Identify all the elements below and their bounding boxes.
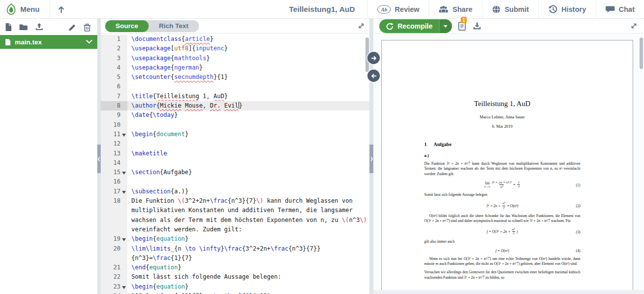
code-lines: 1\documentclass{article}2\usepackage[utf… — [101, 35, 369, 294]
pdf-pane: Recompile 1 Teilleistung 1, AuD — [373, 19, 644, 294]
code-text: \usepackage[utf8]{inputenc} — [127, 44, 369, 53]
fold-caret-icon[interactable] — [121, 282, 127, 292]
pdf-date: 6. Mai 2019 — [424, 124, 580, 129]
delete-button[interactable] — [83, 23, 91, 32]
sync-to-pdf-button[interactable] — [367, 52, 380, 64]
line-gutter: 24 — [101, 292, 127, 294]
line-number: 21 — [101, 263, 121, 272]
chevron-down-icon[interactable] — [86, 39, 92, 44]
code-line[interactable]: 18Die Funktion \(3^2+2n+\frac{n^3}{7}\) … — [101, 196, 369, 234]
line-number: 15 — [101, 168, 121, 177]
fold-caret-icon[interactable] — [121, 168, 127, 177]
pdf-fullscreen-button[interactable] — [630, 22, 639, 30]
new-folder-button[interactable] — [19, 23, 28, 31]
file-item-main-tex[interactable]: main.tex — [0, 35, 97, 49]
line-number: 23 — [101, 282, 121, 292]
upload-button[interactable] — [35, 23, 44, 31]
code-line[interactable]: 9\date{\today} — [101, 110, 369, 120]
arrow-right-icon — [371, 55, 377, 61]
overleaf-logo-icon — [6, 3, 16, 15]
editor-fullscreen-button[interactable] — [358, 22, 365, 30]
chevron-left-icon — [97, 156, 101, 162]
review-button[interactable]: Ab Review — [367, 0, 429, 18]
tab-source[interactable]: Source — [105, 20, 149, 32]
code-text: \begin{equation} — [127, 234, 369, 244]
line-number: 10 — [101, 120, 121, 130]
menu-button[interactable]: Menu — [0, 0, 50, 18]
line-number: 7 — [101, 92, 121, 101]
pdf-scrollbar[interactable] — [640, 37, 643, 69]
refresh-icon — [386, 22, 394, 30]
review-label: Review — [395, 5, 419, 13]
code-line[interactable]: 2\usepackage[utf8]{inputenc} — [101, 44, 369, 53]
line-gutter: 19 — [101, 234, 127, 244]
line-number: 19 — [101, 234, 121, 244]
new-folder-icon — [19, 23, 28, 31]
code-line[interactable]: 16 — [101, 177, 369, 186]
code-line[interactable]: 10 — [101, 120, 369, 130]
fold-caret-icon[interactable] — [121, 187, 127, 196]
download-pdf-button[interactable] — [473, 22, 482, 31]
main-area: main.tex Source Rich Text 1\documentclas… — [0, 19, 644, 294]
pdf-section-heading: 1Aufgabe — [424, 142, 580, 147]
code-text: \date{\today} — [127, 110, 369, 120]
chat-button[interactable]: Chat — [596, 0, 644, 18]
share-button[interactable]: Share — [429, 0, 482, 18]
code-line[interactable]: 1\documentclass{article} — [101, 35, 369, 44]
code-editor[interactable]: 1\documentclass{article}2\usepackage[utf… — [101, 34, 369, 294]
code-line[interactable]: 15\section{Aufgabe} — [101, 168, 369, 177]
code-text: \begin{equation} — [127, 282, 369, 292]
line-number: 18 — [101, 196, 121, 206]
fold-caret-icon[interactable] — [121, 234, 127, 244]
submit-button[interactable]: Submit — [482, 0, 538, 18]
fold-caret-icon[interactable] — [121, 130, 127, 139]
new-file-button[interactable] — [4, 23, 12, 32]
pdf-toolbar: Recompile 1 — [373, 19, 644, 34]
code-text — [127, 82, 369, 91]
tab-rich-text[interactable]: Rich Text — [149, 20, 199, 32]
recompile-options-button[interactable] — [439, 19, 452, 33]
recompile-button[interactable]: Recompile — [379, 19, 439, 33]
code-line[interactable]: 12 — [101, 139, 369, 148]
code-line[interactable]: 14 — [101, 158, 369, 168]
code-line[interactable]: 20\lim\limits_{n \to \infty}\frac{3^2+2n… — [101, 244, 369, 263]
code-line[interactable]: 22Somit lässt sich folgende Aussage bele… — [101, 272, 369, 282]
code-line[interactable]: 8\author{Mickie Mouse, Dr. Evil} — [101, 101, 369, 110]
code-line[interactable]: 23\begin{equation} — [101, 282, 369, 292]
chat-icon — [605, 5, 615, 13]
back-to-projects-button[interactable] — [50, 0, 73, 18]
line-number: 16 — [101, 177, 121, 186]
pane-resizer-left[interactable] — [97, 19, 101, 294]
code-line[interactable]: 19\begin{equation} — [101, 234, 369, 244]
code-text — [127, 177, 369, 186]
share-label: Share — [452, 5, 472, 13]
pdf-horizontal-scrollbar[interactable] — [373, 290, 644, 294]
code-line[interactable]: 21\end{equation} — [101, 263, 369, 272]
code-line[interactable]: 4\usepackage{ngerman} — [101, 63, 369, 73]
resizer-handle-left[interactable] — [97, 145, 101, 173]
history-button[interactable]: History — [538, 0, 596, 18]
line-gutter: 23 — [101, 282, 127, 292]
expand-icon — [358, 22, 365, 30]
logs-badge: 1 — [461, 17, 467, 23]
code-line[interactable]: 13\maketitle — [101, 149, 369, 158]
code-text: Somit lässt sich folgende Aussage belege… — [127, 272, 369, 282]
logs-button[interactable]: 1 — [458, 21, 467, 31]
expand-icon — [630, 22, 638, 30]
code-line[interactable]: 11\begin{document} — [101, 130, 369, 139]
line-number: 24 — [101, 292, 121, 294]
rename-button[interactable] — [68, 23, 77, 31]
pdf-page: Teilleistung 1, AuD Marco Lehner, Anna S… — [381, 40, 633, 294]
code-line[interactable]: 243^2+2n+\frac{n^3}{7} = \mathcal{O}(n^3… — [101, 292, 369, 294]
code-line[interactable]: 3\usepackage{mathtools} — [101, 54, 369, 63]
code-line[interactable]: 6 — [101, 82, 369, 91]
code-line[interactable]: 17\subsection{a.)} — [101, 187, 369, 196]
sync-to-code-button[interactable] — [367, 70, 380, 82]
pdf-paragraph: Somit lässt sich folgende Aussage belege… — [424, 192, 580, 197]
code-text: \author{Mickie Mouse, Dr. Evil} — [127, 101, 369, 110]
pdf-title: Teilleistung 1, AuD — [424, 100, 580, 108]
caret-down-icon — [443, 25, 447, 30]
resizer-handle-right[interactable] — [369, 145, 373, 173]
code-line[interactable]: 7\title{Teilleistung 1, AuD} — [101, 92, 369, 101]
code-line[interactable]: 5\setcounter{secnumdepth}{1} — [101, 73, 369, 82]
